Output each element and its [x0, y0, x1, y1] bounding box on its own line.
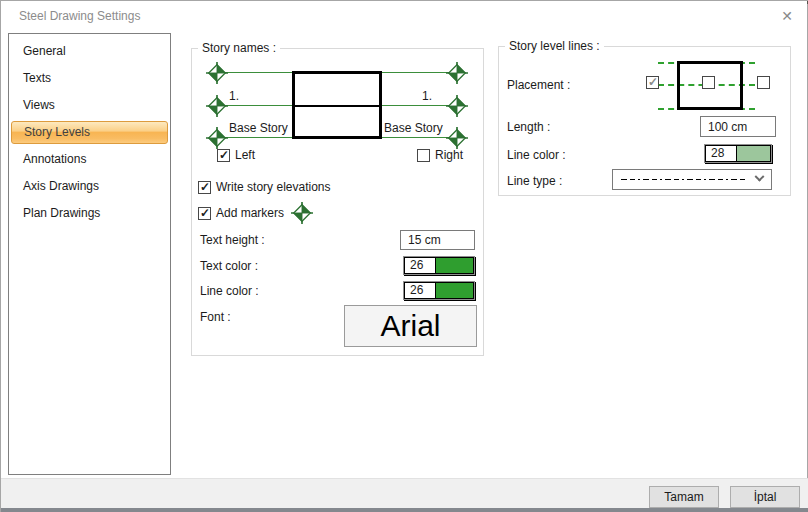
line-type-label: Line type :: [507, 174, 562, 188]
building-floor-divider: [295, 105, 379, 107]
font-label: Font :: [200, 310, 231, 324]
left-checkbox-label: Left: [235, 148, 255, 162]
level-marker-icon: [291, 202, 313, 224]
chevron-down-icon: [755, 172, 765, 182]
left-checkbox-row: Left: [217, 148, 255, 162]
sidebar-item-general[interactable]: General: [9, 38, 170, 65]
level-marker-icon: [206, 95, 228, 117]
level-marker-icon: [446, 95, 468, 117]
left-checkbox[interactable]: [217, 149, 230, 162]
level-marker-icon: [446, 127, 468, 149]
close-icon[interactable]: ✕: [781, 8, 793, 24]
right-checkbox[interactable]: [417, 149, 430, 162]
line-color-number[interactable]: 26: [404, 282, 436, 299]
background-window-fragment-bottom: [1, 508, 808, 512]
add-markers-checkbox[interactable]: [198, 207, 211, 220]
text-color-control[interactable]: 26: [403, 256, 475, 275]
base-story-label-right: Base Story: [384, 121, 443, 135]
story-names-group: Story names : 1. 1. Base Story Base Stor…: [191, 48, 484, 356]
right-checkbox-label: Right: [435, 148, 463, 162]
line-color-swatch[interactable]: [436, 282, 474, 299]
placement-middle-checkbox[interactable]: [702, 76, 715, 89]
level-line-color-control[interactable]: 28: [704, 144, 772, 163]
right-checkbox-row: Right: [417, 148, 463, 162]
placement-right-checkbox[interactable]: [757, 76, 770, 89]
level-marker-icon: [206, 62, 228, 84]
font-button[interactable]: Arial: [344, 305, 477, 347]
text-color-swatch[interactable]: [436, 257, 474, 274]
text-height-input[interactable]: [400, 230, 475, 250]
story-names-group-label: Story names :: [198, 41, 280, 55]
line-color-control[interactable]: 26: [403, 281, 475, 300]
base-story-label-left: Base Story: [229, 121, 288, 135]
sidebar-item-axis-drawings[interactable]: Axis Drawings: [9, 173, 170, 200]
cancel-button[interactable]: İptal: [730, 486, 800, 508]
length-input[interactable]: [700, 116, 776, 137]
level-line-color-label: Line color :: [507, 148, 566, 162]
story-level-label-right: 1.: [408, 89, 432, 103]
story-level-lines-group: Story level lines : Placement : Length :…: [498, 46, 791, 196]
sidebar-item-views[interactable]: Views: [9, 92, 170, 119]
level-line-color-swatch[interactable]: [737, 145, 771, 162]
placement-left-checkbox[interactable]: [646, 76, 659, 89]
add-markers-row: Add markers: [198, 206, 284, 220]
window-title: Steel Drawing Settings: [19, 9, 140, 23]
level-line-color-number[interactable]: 28: [705, 145, 737, 162]
level-marker-icon: [206, 127, 228, 149]
story-level-label-left: 1.: [229, 89, 239, 103]
sidebar-item-annotations[interactable]: Annotations: [9, 146, 170, 173]
title-bar: Steel Drawing Settings ✕: [1, 1, 807, 33]
line-type-dash-preview: [621, 179, 746, 180]
settings-category-list: General Texts Views Story Levels Annotat…: [8, 33, 171, 475]
text-color-label: Text color :: [200, 259, 258, 273]
write-story-elevations-label: Write story elevations: [216, 180, 331, 194]
dialog-footer: Tamam İptal: [1, 478, 808, 508]
placement-label: Placement :: [507, 78, 570, 92]
line-color-label: Line color :: [200, 284, 259, 298]
sidebar-item-plan-drawings[interactable]: Plan Drawings: [9, 200, 170, 227]
text-height-label: Text height :: [200, 233, 265, 247]
text-color-number[interactable]: 26: [404, 257, 436, 274]
ok-button[interactable]: Tamam: [649, 486, 719, 508]
steel-drawing-settings-dialog: Steel Drawing Settings ✕ General Texts V…: [0, 0, 808, 512]
line-type-dropdown[interactable]: [612, 169, 772, 190]
sidebar-item-story-levels[interactable]: Story Levels: [11, 121, 168, 144]
write-story-elevations-checkbox[interactable]: [198, 181, 211, 194]
story-level-lines-group-label: Story level lines :: [505, 39, 604, 53]
level-marker-icon: [446, 62, 468, 84]
sidebar-item-texts[interactable]: Texts: [9, 65, 170, 92]
building-section-diagram: [292, 71, 382, 139]
length-label: Length :: [507, 120, 550, 134]
write-story-elevations-row: Write story elevations: [198, 180, 331, 194]
add-markers-label: Add markers: [216, 206, 284, 220]
